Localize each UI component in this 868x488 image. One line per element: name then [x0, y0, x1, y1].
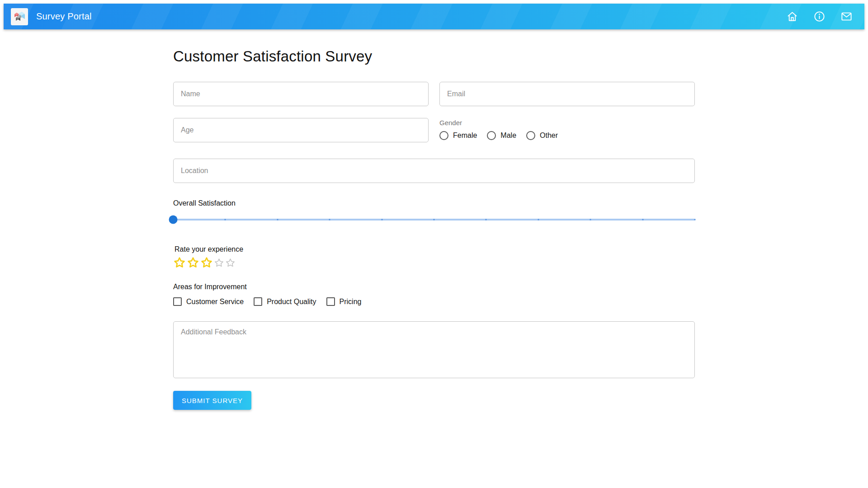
app-title: Survey Portal — [36, 11, 92, 22]
improvement-options: Customer ServiceProduct QualityPricing — [173, 297, 695, 306]
slider-tick — [277, 219, 278, 221]
gender-label: Gender — [439, 119, 695, 127]
star-icon-4[interactable] — [214, 258, 224, 268]
gender-radio-other[interactable]: Other — [526, 131, 558, 140]
star-icon-1[interactable] — [173, 256, 186, 269]
improvement-label: Areas for Improvement — [173, 283, 695, 291]
header-actions — [783, 8, 855, 26]
app-logo — [11, 8, 28, 25]
row-location — [173, 159, 695, 183]
submit-survey-button[interactable]: SUBMIT SURVEY — [173, 391, 251, 410]
slider-tick — [434, 219, 435, 221]
satisfaction-block: Overall Satisfaction — [173, 199, 695, 225]
radio-label: Male — [500, 131, 516, 140]
radio-icon — [439, 131, 448, 140]
checkbox-icon — [254, 297, 262, 306]
radio-label: Female — [453, 131, 477, 140]
radio-icon — [526, 131, 535, 140]
slider-tick — [642, 219, 643, 221]
feedback-textarea[interactable] — [173, 321, 695, 378]
feedback-block — [173, 321, 695, 380]
slider-tick — [381, 219, 382, 221]
checkbox-label: Product Quality — [267, 298, 316, 306]
row-name-email — [173, 82, 695, 106]
checkbox-label: Pricing — [340, 298, 362, 306]
gender-radio-female[interactable]: Female — [439, 131, 477, 140]
home-icon[interactable] — [783, 8, 801, 26]
cubes-logo-icon — [13, 10, 26, 23]
email-input[interactable] — [439, 82, 695, 106]
rating-label: Rate your experience — [175, 245, 695, 253]
slider-tick — [486, 219, 487, 221]
location-input[interactable] — [173, 159, 695, 183]
satisfaction-label: Overall Satisfaction — [173, 199, 695, 207]
slider-tick — [694, 219, 696, 221]
star-icon-3[interactable] — [200, 256, 213, 269]
gender-radio-male[interactable]: Male — [487, 131, 516, 140]
survey-form: Customer Satisfaction Survey Gender Fema… — [173, 48, 695, 410]
slider-tick — [538, 219, 539, 221]
age-input[interactable] — [173, 118, 429, 142]
slider-tick — [590, 219, 591, 221]
checkbox-label: Customer Service — [186, 298, 244, 306]
star-icon-2[interactable] — [187, 256, 199, 269]
improvement-checkbox-pricing[interactable]: Pricing — [326, 297, 362, 306]
improvement-checkbox-customer-service[interactable]: Customer Service — [173, 297, 244, 306]
checkbox-icon — [173, 297, 182, 306]
rating-block: Rate your experience — [173, 245, 695, 269]
info-icon[interactable] — [810, 8, 828, 26]
star-rating — [173, 256, 695, 269]
app-header: Survey Portal — [4, 4, 864, 29]
row-age-gender: Gender FemaleMaleOther — [173, 118, 695, 142]
checkbox-icon — [326, 297, 335, 306]
star-icon-5[interactable] — [225, 258, 236, 268]
gender-options: FemaleMaleOther — [439, 131, 695, 140]
page-title: Customer Satisfaction Survey — [173, 48, 695, 65]
slider-tick — [225, 219, 226, 221]
slider-thumb[interactable] — [169, 216, 178, 224]
name-input[interactable] — [173, 82, 429, 106]
improvement-block: Areas for Improvement Customer ServicePr… — [173, 283, 695, 306]
radio-icon — [487, 131, 496, 140]
slider-tick — [329, 219, 330, 221]
radio-label: Other — [540, 131, 558, 140]
satisfaction-slider[interactable] — [173, 215, 695, 225]
mail-icon[interactable] — [837, 8, 855, 26]
improvement-checkbox-product-quality[interactable]: Product Quality — [254, 297, 316, 306]
